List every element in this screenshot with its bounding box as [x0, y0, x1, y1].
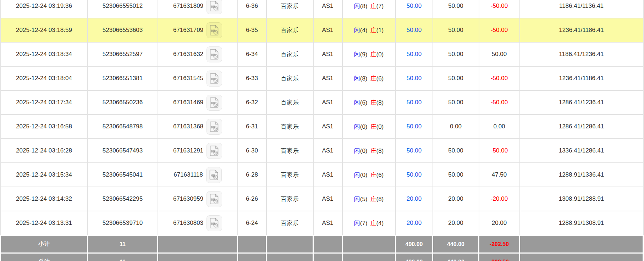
bet-records-table-wrap: 2025-12-24 03:19:36 523066555012 6716318…	[0, 0, 644, 261]
table-row[interactable]: 2025-12-24 03:18:34 523066552597 6716316…	[1, 42, 643, 66]
player-result-label: 闲	[354, 148, 360, 154]
video-file-icon	[210, 145, 219, 156]
game-id-cell: 671631118	[158, 163, 238, 187]
order-id-cell: 523066547493	[88, 139, 158, 163]
game-id-text: 671631545	[173, 75, 203, 82]
video-replay-button[interactable]	[207, 191, 222, 207]
winloss-cell: -50.00	[479, 66, 520, 90]
balance-cell: 1236.41/1186.41	[520, 66, 643, 90]
total-winloss: -202.50	[479, 253, 520, 261]
banker-result-label: 庄	[370, 123, 376, 130]
winloss-cell: -50.00	[479, 0, 520, 18]
video-replay-button[interactable]	[207, 215, 222, 231]
subtotal-bet: 490.00	[396, 235, 433, 253]
bet-amount-link[interactable]: 50.00	[407, 147, 422, 154]
round-cell: 6-31	[238, 115, 266, 139]
bet-amount-cell: 50.00	[396, 66, 433, 90]
game-id-text: 671631632	[173, 51, 203, 58]
player-result-score: (8)	[360, 75, 368, 82]
total-valid: 440.00	[433, 253, 479, 261]
video-replay-button[interactable]	[207, 143, 222, 159]
valid-amount-cell: 0.00	[433, 115, 479, 139]
bet-amount-link[interactable]: 50.00	[407, 99, 422, 106]
bet-amount-cell: 50.00	[396, 42, 433, 66]
table-row[interactable]: 2025-12-24 03:15:34 523066545041 6716311…	[1, 163, 643, 187]
game-id-text: 671631709	[173, 27, 203, 34]
table-row[interactable]: 2025-12-24 03:19:36 523066555012 6716318…	[1, 0, 643, 18]
player-result-score: (0)	[360, 172, 368, 178]
valid-amount-cell: 50.00	[433, 90, 479, 115]
bet-amount-cell: 50.00	[396, 163, 433, 187]
balance-cell: 1308.91/1288.91	[520, 187, 643, 211]
banker-result-label: 庄	[370, 220, 376, 227]
order-id-cell: 523066552597	[88, 42, 158, 66]
banker-result-score: (6)	[376, 172, 384, 178]
game-id-text: 671631809	[173, 2, 203, 10]
table-row[interactable]: 2025-12-24 03:16:58 523066548798 6716313…	[1, 115, 643, 139]
video-replay-button[interactable]	[207, 119, 222, 135]
game-id-content: 671631709	[159, 22, 237, 38]
valid-amount-cell: 20.00	[433, 187, 479, 211]
game-id-cell: 671631809	[158, 0, 238, 18]
video-replay-button[interactable]	[206, 167, 222, 183]
table-row[interactable]: 2025-12-24 03:17:34 523066550236 6716314…	[1, 90, 643, 115]
bet-time-cell: 2025-12-24 03:19:36	[1, 0, 88, 18]
table-name-cell: AS1	[313, 211, 342, 235]
video-file-icon	[210, 49, 219, 60]
table-row[interactable]: 2025-12-24 03:18:04 523066551381 6716315…	[1, 66, 643, 90]
bet-amount-link[interactable]: 20.00	[407, 220, 422, 226]
order-id-cell: 523066555012	[88, 0, 158, 18]
order-id-cell: 523066550236	[88, 90, 158, 115]
round-cell: 6-35	[238, 18, 266, 42]
winloss-cell: -50.00	[479, 18, 520, 42]
banker-result-score: (0)	[376, 51, 384, 58]
round-cell: 6-26	[238, 187, 266, 211]
table-row[interactable]: 2025-12-24 03:16:28 523066547493 6716312…	[1, 139, 643, 163]
bet-amount-cell: 50.00	[396, 90, 433, 115]
table-row[interactable]: 2025-12-24 03:18:59 523066553603 6716317…	[1, 18, 643, 42]
table-row[interactable]: 2025-12-24 03:13:31 523066539710 6716308…	[1, 211, 643, 235]
game-id-text: 671631291	[173, 147, 203, 154]
order-id-cell: 523066545041	[88, 163, 158, 187]
round-cell: 6-34	[238, 42, 266, 66]
subtotal-valid: 440.00	[433, 235, 479, 253]
video-replay-button[interactable]	[207, 71, 222, 87]
result-cell: 闲(7)庄(4)	[342, 211, 396, 235]
bet-amount-link[interactable]: 50.00	[407, 123, 422, 130]
game-id-text: 671631368	[173, 123, 203, 130]
bet-amount-link[interactable]: 50.00	[407, 75, 422, 82]
empty-cell	[238, 235, 266, 253]
game-name-cell: 百家乐	[266, 90, 313, 115]
table-row[interactable]: 2025-12-24 03:14:32 523066542295 6716309…	[1, 187, 643, 211]
table-name-cell: AS1	[313, 187, 342, 211]
round-cell: 6-36	[238, 0, 266, 18]
game-id-content: 671631809	[159, 0, 237, 14]
bet-amount-link[interactable]: 50.00	[407, 27, 422, 33]
empty-cell	[238, 253, 266, 261]
bet-amount-link[interactable]: 50.00	[407, 2, 422, 9]
bet-amount-link[interactable]: 50.00	[407, 51, 422, 57]
bet-amount-cell: 50.00	[396, 0, 433, 18]
video-replay-button[interactable]	[207, 22, 222, 38]
round-cell: 6-33	[238, 66, 266, 90]
banker-result-score: (4)	[376, 220, 384, 227]
game-id-cell: 671631291	[158, 139, 238, 163]
bet-amount-link[interactable]: 50.00	[407, 171, 422, 178]
game-id-cell: 671631632	[158, 42, 238, 66]
winloss-cell: -50.00	[479, 90, 520, 115]
bet-amount-link[interactable]: 20.00	[407, 195, 422, 202]
bet-time-cell: 2025-12-24 03:15:34	[1, 163, 88, 187]
table-name-cell: AS1	[313, 18, 342, 42]
order-id-cell: 523066542295	[88, 187, 158, 211]
player-result-score: (9)	[360, 51, 368, 58]
player-result-label: 闲	[354, 3, 360, 10]
result-cell: 闲(0)庄(6)	[342, 163, 396, 187]
video-replay-button[interactable]	[207, 0, 222, 14]
video-replay-button[interactable]	[207, 46, 222, 62]
game-name-cell: 百家乐	[266, 66, 313, 90]
player-result-label: 闲	[354, 51, 360, 58]
balance-cell: 1236.41/1186.41	[520, 18, 643, 42]
banker-result-score: (6)	[376, 75, 384, 82]
game-id-content: 671631291	[159, 143, 237, 159]
video-replay-button[interactable]	[207, 95, 222, 111]
